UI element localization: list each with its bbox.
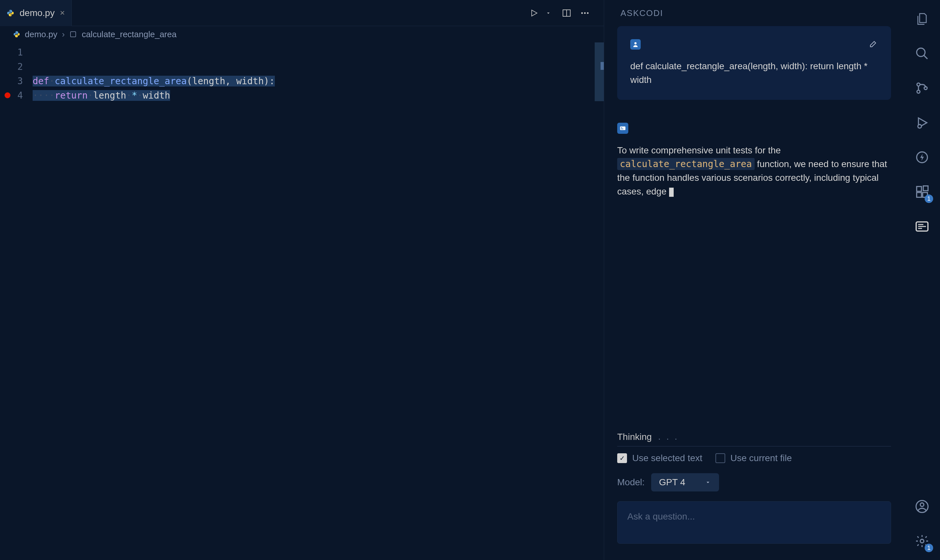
model-select[interactable]: GPT 4 [651, 473, 719, 491]
thinking-dots-icon: . . . [658, 432, 679, 442]
run-dropdown-icon[interactable] [543, 7, 554, 19]
use-current-file-checkbox[interactable]: Use current file [715, 453, 792, 463]
close-icon[interactable]: × [60, 8, 65, 18]
svg-point-15 [918, 125, 922, 128]
askcodi-panel: ASKCODI def calculate_rectangle_area(len… [604, 0, 904, 560]
minimap-marker [600, 62, 604, 70]
account-icon[interactable] [913, 497, 931, 515]
breadcrumb-symbol: calculate_rectangle_area [82, 29, 177, 40]
svg-point-2 [581, 12, 583, 14]
python-icon [6, 9, 14, 17]
options-row: ✓ Use selected text Use current file [617, 453, 891, 463]
tab-actions [528, 7, 604, 19]
extensions-icon[interactable]: 1 [913, 183, 931, 201]
code-line [32, 45, 604, 59]
run-icon[interactable] [528, 7, 540, 19]
badge: 1 [925, 544, 933, 552]
checkbox-checked-icon: ✓ [617, 453, 627, 463]
user-message-text: def calculate_rectangle_area(length, wid… [630, 59, 878, 87]
source-control-icon[interactable] [913, 79, 931, 97]
svg-point-10 [917, 48, 925, 57]
line-number: 1 [0, 45, 32, 59]
settings-icon[interactable]: 1 [913, 532, 931, 550]
more-icon[interactable] [579, 7, 591, 19]
breadcrumb-file: demo.py [25, 29, 57, 40]
line-number: 3 [0, 74, 32, 88]
svg-rect-5 [71, 32, 76, 37]
ai-message: To write comprehensive unit tests for th… [617, 116, 891, 205]
tab-label: demo.py [20, 8, 54, 18]
svg-line-11 [924, 55, 928, 59]
svg-point-26 [920, 503, 924, 506]
tab-bar: demo.py × [0, 0, 604, 26]
edit-icon[interactable] [869, 39, 878, 48]
svg-rect-8 [621, 127, 622, 128]
svg-point-4 [587, 12, 588, 14]
svg-rect-17 [917, 187, 922, 192]
user-avatar-icon [630, 39, 641, 49]
svg-point-12 [917, 83, 920, 86]
code-area[interactable]: def·calculate_rectangle_area(length, wid… [32, 42, 604, 560]
checkbox-unchecked-icon [715, 453, 725, 463]
symbol-icon [69, 30, 77, 38]
panel-title: ASKCODI [604, 0, 904, 26]
model-row: Model: GPT 4 [617, 473, 891, 491]
thunder-icon[interactable] [913, 148, 931, 166]
askcodi-icon[interactable] [913, 217, 931, 235]
badge: 1 [925, 194, 933, 203]
svg-point-27 [920, 540, 924, 543]
svg-rect-9 [621, 129, 623, 129]
chat-body: def calculate_rectangle_area(length, wid… [604, 26, 904, 425]
svg-point-6 [634, 42, 637, 45]
chevron-down-icon [705, 479, 711, 486]
split-editor-icon[interactable] [561, 7, 572, 19]
svg-rect-7 [620, 127, 626, 130]
run-debug-icon[interactable] [913, 114, 931, 132]
svg-rect-18 [917, 192, 922, 197]
thinking-indicator: Thinking . . . [617, 432, 891, 446]
model-value: GPT 4 [659, 477, 685, 488]
checkbox-label: Use selected text [632, 453, 702, 463]
chat-footer: Thinking . . . ✓ Use selected text Use c… [604, 425, 904, 560]
code-line [32, 59, 604, 74]
breadcrumb[interactable]: demo.py › calculate_rectangle_area [0, 26, 604, 42]
svg-point-13 [917, 90, 920, 93]
python-icon [13, 31, 20, 38]
minimap[interactable] [591, 42, 604, 560]
inline-code: calculate_rectangle_area [617, 158, 755, 170]
svg-point-3 [584, 12, 586, 14]
checkbox-label: Use current file [731, 453, 792, 463]
activity-bar: 1 1 [904, 0, 940, 560]
user-message: def calculate_rectangle_area(length, wid… [617, 26, 891, 100]
line-number: 2 [0, 59, 32, 74]
code-line: def·calculate_rectangle_area(length, wid… [32, 74, 604, 88]
use-selected-text-checkbox[interactable]: ✓ Use selected text [617, 453, 702, 463]
explorer-icon[interactable] [913, 10, 931, 28]
code-line: ····return·length·*·width [32, 88, 604, 103]
tab-demo-py[interactable]: demo.py × [0, 0, 72, 26]
model-label: Model: [617, 477, 645, 488]
gutter: 1 2 3 4 [0, 42, 32, 560]
chevron-right-icon: › [62, 29, 65, 40]
svg-rect-20 [923, 186, 928, 191]
code-editor[interactable]: 1 2 3 4 def·calculate_rectangle_area(len… [0, 42, 604, 560]
thinking-label: Thinking [617, 432, 652, 442]
search-icon[interactable] [913, 45, 931, 63]
line-number-breakpoint[interactable]: 4 [0, 88, 32, 103]
editor-pane: demo.py × demo.py › [0, 0, 604, 560]
question-input[interactable] [627, 511, 881, 522]
question-input-box[interactable] [617, 501, 891, 544]
ai-message-text: To write comprehensive unit tests for th… [617, 144, 891, 198]
minimap-viewport[interactable] [595, 42, 604, 101]
typing-cursor [669, 188, 674, 197]
ai-avatar-icon [617, 123, 628, 134]
